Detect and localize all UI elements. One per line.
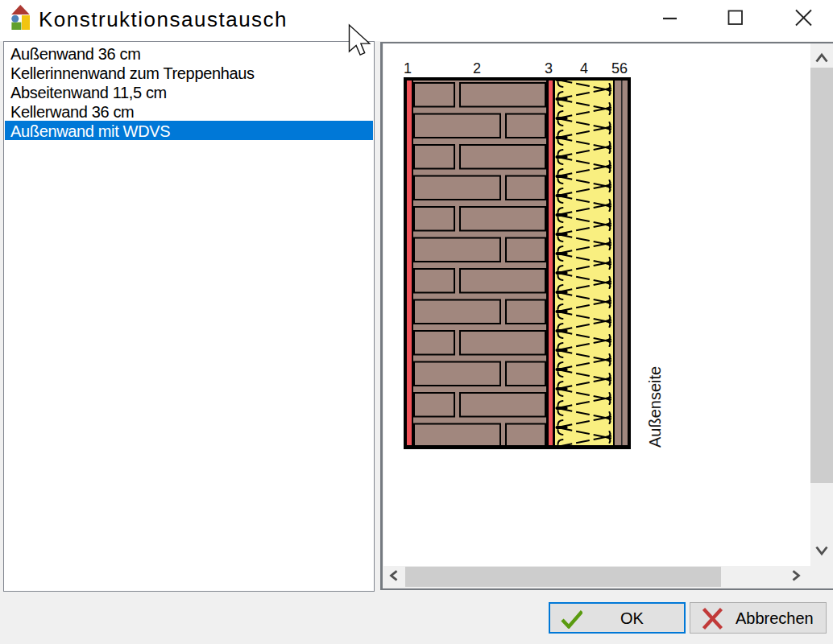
svg-text:3: 3 xyxy=(545,60,553,76)
svg-text:2: 2 xyxy=(473,60,481,76)
svg-text:1: 1 xyxy=(404,60,412,76)
svg-text:Außenseite: Außenseite xyxy=(646,366,664,448)
svg-text:56: 56 xyxy=(611,60,628,76)
svg-text:4: 4 xyxy=(580,60,588,76)
